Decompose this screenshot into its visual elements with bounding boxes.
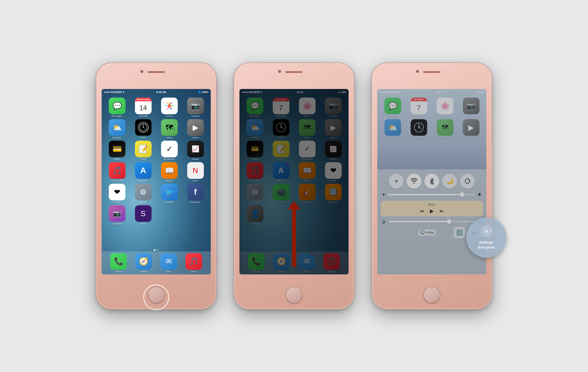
page-dots-1: [154, 249, 159, 251]
cc-rotation-btn[interactable]: [460, 174, 475, 189]
svg-point-14: [418, 127, 419, 128]
app-stocks[interactable]: 📈 Stocks: [183, 141, 208, 160]
app-instagram[interactable]: 📷 Instagram: [105, 205, 129, 225]
app-facebook[interactable]: f Facebook: [183, 184, 208, 204]
brightness-low-icon: ☀: [382, 192, 386, 197]
app-appstore[interactable]: A App Store: [131, 162, 156, 182]
app-videos[interactable]: ▶ Videos: [183, 119, 208, 139]
app-news[interactable]: N News: [183, 162, 208, 182]
app-photos-3: 🌸 Photos: [432, 98, 457, 117]
phone-3: ●●●● ROGERS ▾ 11:18 ▲ 21% 💬 Messages Mon…: [372, 63, 492, 309]
app-camera-3: 📷 Camera: [459, 98, 483, 117]
phone-frame-2: ●●●● ROGERS ▾ 11:10 ▲ 23% 💬 Messages Mon…: [234, 63, 354, 309]
airdrop-icon: [481, 225, 492, 239]
svg-marker-17: [469, 180, 470, 181]
phone-screen-1: ●●●● ROGERS ▾ 8:28 AM 🔵 100% 💬 Messages …: [102, 89, 211, 274]
app-weather-3: ⛅ Weather: [380, 119, 405, 139]
battery-2: ▲ 23%: [338, 91, 346, 94]
speaker-3: [423, 71, 440, 73]
home-circle: [143, 284, 169, 310]
app-notes[interactable]: 📝 Notes: [131, 141, 156, 160]
cc-next-btn[interactable]: ⏭: [440, 209, 444, 213]
app-maps[interactable]: 🗺 Maps: [157, 119, 182, 139]
cc-music-label: Music: [384, 203, 479, 206]
app-videos-3: ▶ Videos: [459, 119, 483, 139]
app-slack[interactable]: S Slack: [131, 205, 156, 225]
app-camera[interactable]: 📷 Camera: [183, 98, 208, 117]
phone-screen-2: ●●●● ROGERS ▾ 11:10 ▲ 23% 💬 Messages Mon…: [239, 89, 349, 274]
phone-1: ●●●● ROGERS ▾ 8:28 AM 🔵 100% 💬 Messages …: [96, 63, 216, 309]
app-tweetbot[interactable]: 🐦 Tweetbot: [157, 184, 182, 204]
cc-airplay-btn[interactable]: AirPlay: [418, 229, 436, 236]
cc-wifi-btn[interactable]: [407, 174, 421, 189]
cc-donotdisturb-btn[interactable]: 🌙: [442, 174, 457, 189]
app-weather[interactable]: ⛅ Weather: [105, 119, 129, 139]
app-maps-3: 🗺 Maps: [432, 119, 457, 139]
dock-music[interactable]: 🎵 Music: [185, 253, 202, 273]
app-clock-3: Clock: [406, 119, 431, 139]
dock-1: 📞 Phone 🧭 Safari ✉ Mail 🎵 Music: [102, 251, 211, 274]
app-calendar[interactable]: Wednesday 14 Calendar: [131, 98, 156, 117]
camera-sensor-2: [278, 70, 281, 73]
carrier-2: ●●●● ROGERS ▾: [242, 91, 262, 94]
brightness-high-icon: ☀: [477, 191, 482, 198]
app-messages[interactable]: 💬 Messages: [105, 98, 129, 117]
app-grid-3: 💬 Messages Monday 7 Calendar 🌸 Photos: [377, 95, 486, 141]
cc-prev-btn[interactable]: ⏮: [420, 209, 424, 213]
camera-sensor: [140, 70, 143, 73]
swipe-up-arrow: [288, 201, 300, 267]
airdrop-bubble[interactable]: AirDrop:Everyone: [466, 218, 506, 258]
app-photos[interactable]: Photos: [157, 98, 182, 117]
home-button-2[interactable]: [286, 286, 302, 303]
cc-brightness-row: ☀ ☀: [381, 191, 483, 198]
phone-frame-3: ●●●● ROGERS ▾ 11:18 ▲ 21% 💬 Messages Mon…: [372, 63, 492, 309]
phone-2: ●●●● ROGERS ▾ 11:10 ▲ 23% 💬 Messages Mon…: [234, 63, 354, 309]
time-2: 11:10: [297, 91, 303, 94]
dock-mail[interactable]: ✉ Mail: [160, 253, 177, 273]
home-button-3[interactable]: [423, 286, 440, 303]
cc-bluetooth-btn[interactable]: [424, 174, 439, 189]
cc-music-controls: ⏮ ▶ ⏭: [384, 208, 479, 214]
volume-slider[interactable]: [389, 221, 475, 222]
svg-point-22: [486, 230, 487, 232]
app-grid-1: 💬 Messages Wednesday 14 Calendar: [102, 95, 211, 227]
dock-safari[interactable]: 🧭 Safari: [135, 253, 152, 273]
phone-frame-1: ●●●● ROGERS ▾ 8:28 AM 🔵 100% 💬 Messages …: [96, 63, 216, 309]
app-settings[interactable]: ⚙ Settings: [131, 184, 156, 204]
arrow-shaft: [292, 210, 296, 267]
dock-phone[interactable]: 📞 Phone: [110, 253, 127, 273]
time-3: 11:18: [434, 91, 441, 94]
app-reminders[interactable]: ✓ Reminders: [157, 141, 182, 160]
carrier-3: ●●●● ROGERS ▾: [380, 91, 400, 94]
volume-low-icon: 🔈: [382, 219, 387, 224]
brightness-slider[interactable]: [388, 194, 475, 195]
battery-1: 🔵 100%: [198, 91, 208, 94]
status-bar-1: ●●●● ROGERS ▾ 8:28 AM 🔵 100%: [102, 89, 211, 95]
svg-point-6: [143, 127, 144, 128]
camera-sensor-3: [416, 70, 419, 73]
cc-connectivity-row: ✈ 🌙: [381, 174, 483, 189]
app-itunes[interactable]: 🎵 iTunes Store: [105, 162, 129, 182]
airdrop-text: AirDrop:Everyone: [478, 240, 495, 250]
time-1: 8:28 AM: [156, 91, 166, 94]
app-health[interactable]: ❤ Health: [105, 184, 129, 204]
cc-music-section: Music ⏮ ▶ ⏭: [381, 201, 483, 216]
arrow-head: [288, 201, 300, 210]
app-ibooks[interactable]: 📖 iBooks: [157, 162, 182, 182]
cc-play-btn[interactable]: ▶: [430, 208, 434, 214]
control-center: ✈ 🌙: [377, 169, 486, 274]
speaker: [148, 71, 165, 73]
app-clock[interactable]: Clock: [131, 119, 156, 139]
status-bar-3: ●●●● ROGERS ▾ 11:18 ▲ 21%: [377, 89, 486, 95]
app-calendar-3: Monday 7 Calendar: [406, 98, 431, 117]
speaker-2: [285, 71, 303, 73]
status-bar-2: ●●●● ROGERS ▾ 11:10 ▲ 23%: [239, 89, 349, 95]
cc-volume-row: 🔈 🔊: [381, 219, 483, 224]
cc-calculator-icon[interactable]: 🔢: [454, 227, 465, 238]
app-wallet[interactable]: 💳 Wallet: [105, 141, 129, 160]
app-messages-3: 💬 Messages: [380, 98, 405, 117]
airplay-label: AirPlay: [426, 231, 434, 234]
cc-airplane-btn[interactable]: ✈: [389, 174, 404, 189]
battery-3: ▲ 21%: [476, 91, 484, 94]
svg-point-1: [168, 104, 171, 108]
